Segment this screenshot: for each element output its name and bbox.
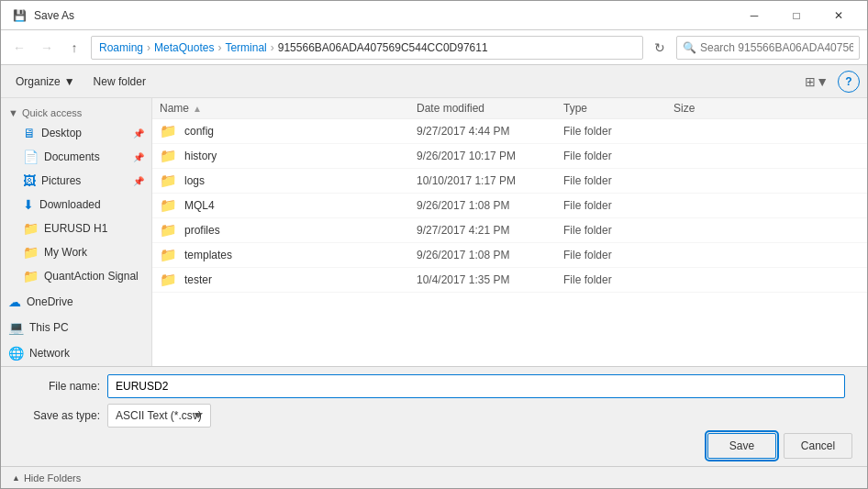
organize-button[interactable]: Organize ▼ (8, 72, 83, 92)
hide-folders-toggle[interactable]: ▲ Hide Folders (12, 472, 81, 483)
table-row[interactable]: 📁 history 9/26/2017 10:17 PM File folder (152, 144, 867, 169)
sidebar-item-documents[interactable]: 📄 Documents 📌 (1, 145, 151, 169)
sidebar-item-mywork[interactable]: 📁 My Work (1, 240, 151, 264)
table-row[interactable]: 📁 profiles 9/27/2017 4:21 PM File folder (152, 218, 867, 243)
dialog-icon: 💾 (12, 8, 27, 23)
quick-access-label: Quick access (22, 107, 82, 118)
sidebar-label-quantaction: QuantAction Signal (44, 270, 139, 283)
file-name-label: tester (184, 273, 212, 286)
table-row[interactable]: 📁 tester 10/4/2017 1:35 PM File folder (152, 268, 867, 293)
onedrive-icon: ☁ (8, 295, 21, 309)
form-actions: Save Cancel (16, 433, 852, 459)
table-row[interactable]: 📁 MQL4 9/26/2017 1:08 PM File folder (152, 194, 867, 218)
forward-button[interactable]: → (36, 37, 58, 59)
file-date-cell: 9/26/2017 1:08 PM (417, 199, 563, 212)
cancel-button[interactable]: Cancel (784, 433, 852, 459)
sidebar-item-downloaded[interactable]: ⬇ Downloaded (1, 193, 151, 217)
crumb-terminal-id: 915566BA06ADA407569C544CC0D97611 (278, 41, 488, 54)
file-list-header: Name ▲ Date modified Type Size (152, 98, 867, 119)
network-icon: 🌐 (8, 346, 24, 361)
title-bar-controls: ─ □ ✕ (733, 1, 860, 30)
filename-row: File name: (16, 374, 852, 398)
sidebar-label-mywork: My Work (44, 246, 87, 259)
refresh-button[interactable]: ↻ (649, 37, 671, 59)
dialog-title: Save As (34, 9, 74, 22)
toolbar: Organize ▼ New folder ⊞ ▼ ? (1, 65, 867, 98)
sidebar-item-desktop[interactable]: 🖥 Desktop 📌 (1, 121, 151, 145)
sidebar-label-eurusdh1: EURUSD H1 (44, 222, 107, 235)
search-input[interactable] (700, 41, 853, 54)
col-header-date[interactable]: Date modified (417, 102, 563, 115)
up-button[interactable]: ↑ (63, 37, 85, 59)
view-icon: ⊞ (805, 74, 816, 89)
file-name-label: config (184, 125, 214, 138)
mywork-folder-icon: 📁 (23, 245, 39, 260)
close-button[interactable]: ✕ (818, 1, 860, 30)
savetype-select[interactable]: ASCII Text (*.csv) (107, 404, 211, 428)
title-bar-left: 💾 Save As (12, 8, 74, 23)
sidebar-section-thispc: 💻 This PC (1, 316, 151, 339)
file-type-cell: File folder (563, 224, 673, 237)
new-folder-button[interactable]: New folder (86, 72, 153, 92)
back-button[interactable]: ← (8, 37, 30, 59)
file-type-cell: File folder (563, 125, 673, 138)
main-content: ▼ Quick access 🖥 Desktop 📌 📄 Documents 📌… (1, 98, 867, 366)
crumb-roaming[interactable]: Roaming (99, 41, 143, 54)
search-icon: 🔍 (683, 41, 696, 54)
col-header-size[interactable]: Size (673, 102, 747, 115)
file-name-cell: 📁 config (160, 123, 417, 139)
save-button[interactable]: Save (707, 433, 776, 459)
sidebar-label-desktop: Desktop (41, 127, 82, 139)
table-row[interactable]: 📁 templates 9/26/2017 1:08 PM File folde… (152, 243, 867, 268)
sidebar-section-quick-access: ▼ Quick access 🖥 Desktop 📌 📄 Documents 📌… (1, 102, 151, 288)
folder-icon: 📁 (160, 148, 177, 164)
sidebar-label-documents: Documents (44, 150, 100, 163)
file-type-cell: File folder (563, 174, 673, 187)
sidebar-label-onedrive: OneDrive (27, 295, 73, 308)
pin-icon-pictures: 📌 (133, 176, 144, 186)
sidebar-item-eurusdh1[interactable]: 📁 EURUSD H1 (1, 217, 151, 240)
table-row[interactable]: 📁 logs 10/10/2017 1:17 PM File folder (152, 169, 867, 194)
sidebar-item-thispc[interactable]: 💻 This PC (1, 316, 151, 339)
crumb-metaquotes[interactable]: MetaQuotes (154, 41, 214, 54)
new-folder-label: New folder (94, 75, 146, 88)
maximize-button[interactable]: □ (775, 1, 818, 30)
file-name-cell: 📁 tester (160, 272, 417, 288)
address-path[interactable]: Roaming › MetaQuotes › Terminal › 915566… (91, 36, 643, 60)
sidebar-item-pictures[interactable]: 🖼 Pictures 📌 (1, 169, 151, 193)
file-date-cell: 9/26/2017 1:08 PM (417, 249, 563, 261)
search-box[interactable]: 🔍 (676, 36, 860, 60)
file-name-cell: 📁 profiles (160, 222, 417, 239)
file-list: Name ▲ Date modified Type Size 📁 config … (152, 98, 867, 366)
file-date-cell: 9/26/2017 10:17 PM (417, 150, 563, 162)
help-button[interactable]: ? (838, 71, 860, 93)
col-header-name[interactable]: Name ▲ (160, 102, 417, 115)
sidebar-item-onedrive[interactable]: ☁ OneDrive (1, 290, 151, 314)
sidebar-item-network[interactable]: 🌐 Network (1, 341, 151, 365)
folder-icon: 📁 (160, 272, 177, 288)
quantaction-folder-icon: 📁 (23, 269, 39, 283)
sidebar-item-quantaction[interactable]: 📁 QuantAction Signal (1, 264, 151, 288)
folder-icon: 📁 (160, 123, 177, 139)
dialog-save-as: 💾 Save As ─ □ ✕ ← → ↑ Roaming › MetaQuot… (0, 0, 868, 489)
folder-icon: 📁 (160, 247, 177, 263)
filename-label: File name: (16, 380, 107, 393)
sidebar-section-onedrive: ☁ OneDrive (1, 290, 151, 314)
folder-icon: 📁 (160, 197, 177, 214)
sidebar-header-quick-access[interactable]: ▼ Quick access (1, 102, 151, 121)
col-header-type[interactable]: Type (563, 102, 673, 115)
organize-label: Organize (16, 75, 61, 88)
pin-icon-documents: 📌 (133, 152, 144, 162)
folder-icon: 📁 (160, 222, 177, 239)
minimize-button[interactable]: ─ (733, 1, 775, 30)
breadcrumb: Roaming › MetaQuotes › Terminal › 915566… (99, 41, 488, 54)
file-type-cell: File folder (563, 150, 673, 162)
filename-input[interactable] (107, 374, 845, 398)
file-type-cell: File folder (563, 199, 673, 212)
folder-icon: 📁 (160, 172, 177, 189)
file-date-cell: 10/10/2017 1:17 PM (417, 174, 563, 187)
view-button[interactable]: ⊞ ▼ (799, 72, 834, 92)
file-date-cell: 9/27/2017 4:44 PM (417, 125, 563, 138)
crumb-terminal[interactable]: Terminal (225, 41, 266, 54)
table-row[interactable]: 📁 config 9/27/2017 4:44 PM File folder (152, 119, 867, 144)
